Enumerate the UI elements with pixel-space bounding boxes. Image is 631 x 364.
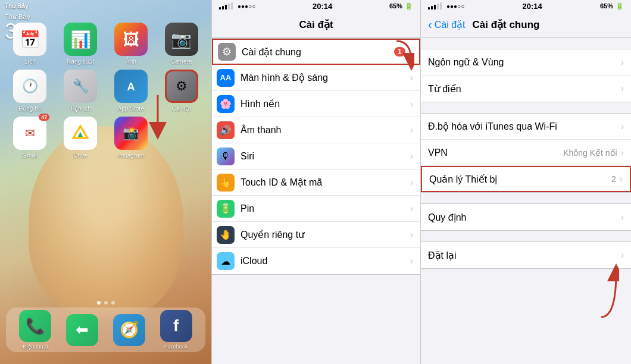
settings-item-icloud[interactable]: ☁ iCloud › [212, 248, 420, 274]
vpn-label: VPN [428, 148, 563, 158]
amthanh-label: Âm thanh [240, 125, 410, 136]
anh-icon[interactable]: 🖼 [114, 23, 148, 56]
nangsuat-icon[interactable]: 📊 [64, 23, 97, 56]
detail-item-ngonngu[interactable]: Ngôn ngữ & Vùng › [421, 49, 631, 76]
detail-item-tudien[interactable]: Từ điển › [421, 76, 631, 102]
dsig-5 [440, 2, 442, 10]
sig-4 [228, 4, 230, 10]
touchid-label: Touch ID & Mật mã [240, 177, 410, 188]
app-dongho[interactable]: 🕐 Đồng hồ [7, 70, 53, 112]
settings-item-siri[interactable]: 🎙 Siri › [212, 143, 420, 170]
caidat-label: Cài đặt [172, 105, 191, 112]
caidat-icon[interactable]: ⚙ [165, 70, 198, 103]
sig-3 [225, 5, 227, 10]
tudien-label: Từ điển [428, 83, 621, 95]
detail-panel: ●●●○○ 20:14 65% 🔋 ‹ Cài đặt Cài đặt chun… [421, 0, 631, 364]
dock-messages[interactable]: ⬅ [66, 314, 98, 346]
back-button[interactable]: ‹ Cài đặt [428, 18, 465, 32]
settings-item-manhinh[interactable]: AA Màn hình & Độ sáng › [212, 65, 420, 91]
hinhnен-icon-wrap: 🌸 [217, 95, 235, 113]
gmail-icon[interactable]: ✉ 47 [13, 117, 46, 150]
app-drive[interactable]: ▲ Drive [58, 117, 104, 159]
carrier-name: ●●●○○ [238, 3, 255, 10]
settings-item-quyenriengtu[interactable]: 🤚 Quyền riêng tư › [212, 222, 420, 248]
quyenriengtu-chevron: › [410, 230, 413, 240]
app-nangsuat[interactable]: 📊 Năng suất [58, 23, 104, 65]
detail-list: Ngôn ngữ & Vùng › Từ điển › Đ.bộ hóa với… [421, 38, 631, 364]
dock-safari[interactable]: 🧭 [113, 314, 145, 346]
pin-chevron: › [410, 203, 413, 214]
app-lich[interactable]: 📅 Lịch [7, 23, 53, 65]
app-anh[interactable]: 🖼 Ảnh [108, 23, 154, 65]
phone-icon[interactable]: 📞 [19, 310, 51, 342]
detail-item-vpn[interactable]: VPN Không Kết nối › [421, 140, 631, 166]
settings-time: 20:14 [313, 2, 332, 11]
detail-battery-icon: 🔋 [616, 2, 624, 10]
dock-phone[interactable]: 📞 Điện thoại [19, 310, 51, 350]
detail-status-bar: ●●●○○ 20:14 65% 🔋 [421, 0, 631, 12]
settings-nav-bar: Cài đặt [212, 12, 420, 38]
dsig-2 [431, 6, 433, 10]
sig-1 [219, 7, 221, 10]
detail-status-left: ●●●○○ [428, 2, 464, 10]
settings-item-hinhnен[interactable]: 🌸 Hình nền › [212, 91, 420, 117]
detail-group-4: Đặt lại › [421, 241, 631, 269]
app-camera[interactable]: 📷 Camera [158, 23, 204, 65]
lich-icon[interactable]: 📅 [13, 23, 46, 56]
appstore-label: App Store [118, 105, 144, 112]
detail-time: 20:14 [522, 2, 542, 11]
detail-battery: 65% [600, 2, 613, 10]
home-status-left: Thứ Bảy [5, 3, 29, 10]
quanly-label: Quản lý Thiết bị [429, 174, 611, 185]
settings-title: Cài đặt [299, 18, 333, 31]
dongho-icon[interactable]: 🕐 [13, 70, 46, 103]
app-appstore[interactable]: A App Store [108, 70, 154, 112]
tienich-icon[interactable]: 🔧 [64, 70, 97, 103]
drive-icon[interactable]: ▲ [64, 117, 97, 150]
sig-5 [231, 2, 233, 10]
detail-title: Cài đặt chung [472, 18, 539, 31]
app-instagram[interactable]: 📸 Instagram [108, 117, 154, 159]
hinhnен-chevron: › [410, 99, 413, 109]
back-label[interactable]: Cài đặt [435, 19, 466, 30]
detail-item-datlai[interactable]: Đặt lại › [421, 242, 631, 268]
facebook-icon[interactable]: f [160, 310, 192, 342]
detail-nav-bar: ‹ Cài đặt Cài đặt chung [421, 12, 631, 38]
lich-label: Lịch [24, 58, 36, 65]
detail-group-2: Đ.bộ hóa với iTunes qua Wi-Fi › VPN Khôn… [421, 113, 631, 193]
quydinh-label: Quy định [428, 212, 621, 223]
gmail-badge: 47 [39, 114, 49, 121]
home-day: Thứ Bảy [5, 3, 29, 10]
caidatchung-badge: 1 [394, 47, 405, 57]
settings-item-caidatchung[interactable]: ⚙ Cài đặt chung 1 › [212, 39, 420, 65]
status-right: 65% 🔋 [389, 2, 413, 10]
app-gmail[interactable]: ✉ 47 Gmail [7, 117, 53, 159]
messages-icon[interactable]: ⬅ [66, 314, 98, 346]
amthanh-icon: 🔊 [220, 124, 232, 136]
safari-icon[interactable]: 🧭 [113, 314, 145, 346]
detail-item-dongbohoa[interactable]: Đ.bộ hóa với iTunes qua Wi-Fi › [421, 114, 631, 140]
pin-icon-wrap: 🔋 [217, 200, 235, 218]
settings-item-touchid[interactable]: 👆 Touch ID & Mật mã › [212, 170, 420, 196]
caidatchung-icon: ⚙ [222, 45, 232, 58]
detail-group-3: Quy định › [421, 203, 631, 231]
detail-signal [428, 2, 442, 10]
camera-icon[interactable]: 📷 [165, 23, 198, 56]
svg-text:A: A [127, 81, 135, 93]
app-caidat[interactable]: ⚙ Cài đặt [158, 70, 204, 112]
settings-item-amthanh[interactable]: 🔊 Âm thanh › [212, 117, 420, 143]
signal-indicator [219, 2, 233, 10]
detail-item-quydinh[interactable]: Quy định › [421, 204, 631, 230]
detail-item-quanly[interactable]: Quản lý Thiết bị 2 › [421, 166, 631, 192]
settings-item-pin[interactable]: 🔋 Pin › [212, 196, 420, 222]
dock-facebook[interactable]: f Facebook [160, 310, 192, 350]
app-tienich[interactable]: 🔧 Tiện ích [58, 70, 104, 112]
manhinh-icon-wrap: AA [217, 69, 235, 87]
dot-2 [104, 301, 108, 305]
ngonngu-chevron: › [621, 57, 624, 68]
appstore-icon[interactable]: A [114, 70, 148, 103]
touchid-icon: 👆 [220, 177, 232, 188]
facebook-label: Facebook [164, 344, 188, 350]
pin-icon: 🔋 [220, 203, 232, 214]
instagram-icon[interactable]: 📸 [114, 117, 148, 150]
